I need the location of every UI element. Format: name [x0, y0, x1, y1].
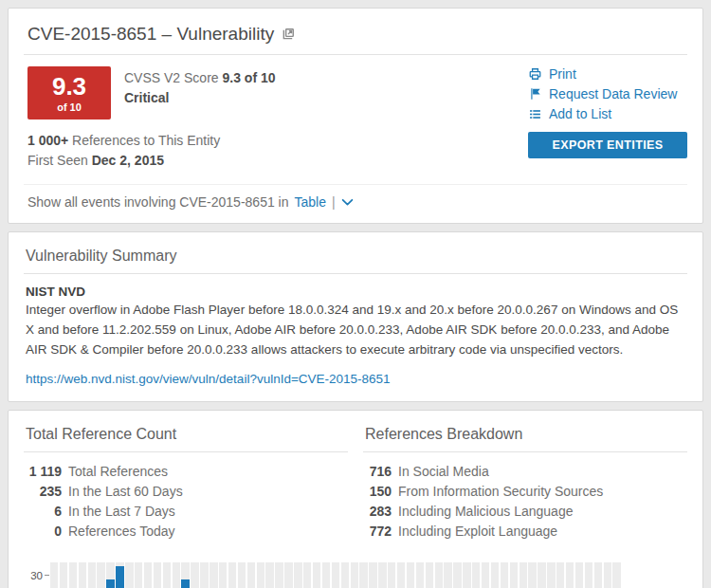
chart-day-slot [556, 562, 564, 588]
chart-day-slot [219, 562, 227, 588]
chart-day-slot [359, 562, 367, 588]
chart-day-slot [284, 562, 292, 588]
chart-day-slot [322, 562, 330, 588]
external-link-icon[interactable] [282, 28, 295, 41]
chart-day-slot [106, 562, 114, 588]
chart-day-slot [303, 562, 311, 588]
add-to-list-link[interactable]: Add to List [528, 106, 687, 121]
cvss-label-value: 9.3 of 10 [223, 70, 276, 85]
y-axis-tick-mark [45, 575, 49, 576]
chart-day-slot [210, 562, 217, 588]
cvss-label-prefix: CVSS V2 Score [124, 70, 219, 85]
request-data-review-label: Request Data Review [549, 86, 677, 101]
cvss-score-text: CVSS V2 Score 9.3 of 10 Critical [124, 66, 276, 108]
stat-row: 283 Including Malicious Language [365, 502, 685, 522]
chart-day-slot [69, 562, 77, 588]
chart-day-slot [257, 562, 264, 588]
stat-label: Total References [68, 462, 168, 482]
cvss-score-of: of 10 [57, 101, 82, 113]
reference-columns: Total Reference Count 1 119 Total Refere… [24, 422, 687, 545]
entity-header-card: CVE-2015-8651 – Vulnerability 9.3 of 10 … [8, 8, 703, 224]
chart-day-slot [144, 562, 152, 588]
stat-value: 0 [26, 522, 62, 542]
stat-label: In Social Media [398, 462, 489, 482]
chart-day-slot [575, 562, 583, 588]
chart-day-slot [426, 562, 433, 588]
chart-day-slot [88, 562, 96, 588]
stat-row: 6 In the Last 7 Days [26, 502, 346, 522]
chart-day-slot [453, 562, 461, 588]
cvss-score-row: 9.3 of 10 CVSS V2 Score 9.3 of 10 Critic… [24, 66, 276, 119]
chart-day-slot [97, 562, 104, 588]
chart-day-slot [50, 562, 58, 588]
references-count-label: References to This Entity [72, 133, 220, 148]
chart-day-slot [585, 562, 592, 588]
stat-label: Including Malicious Language [398, 502, 573, 522]
summary-heading: Vulnerability Summary [24, 244, 687, 274]
chart-day-slot [173, 562, 180, 588]
stat-value: 283 [365, 502, 392, 522]
references-breakdown-column: References Breakdown 716 In Social Media… [363, 422, 687, 545]
stat-row: 1 119 Total References [26, 462, 346, 482]
chart-day-slot [538, 562, 545, 588]
chart-day-slot [181, 562, 189, 588]
entity-hero: 9.3 of 10 CVSS V2 Score 9.3 of 10 Critic… [24, 66, 687, 171]
chart-day-slot [125, 562, 133, 588]
print-label: Print [549, 66, 576, 82]
chart-body: 102030 -60 days-50-40-30-20-10Today [50, 562, 621, 588]
chart-day-slot [612, 562, 620, 588]
score-and-meta: 9.3 of 10 CVSS V2 Score 9.3 of 10 Critic… [24, 66, 276, 171]
chart-day-slot [265, 562, 273, 588]
references-card: Total Reference Count 1 119 Total Refere… [8, 410, 703, 588]
chart-day-slot [472, 562, 480, 588]
stat-value: 716 [365, 462, 392, 482]
chart-day-slot [351, 562, 358, 588]
chart-day-slot [191, 562, 198, 588]
chart-day-slot [341, 562, 349, 588]
stat-label: From Information Security Sources [398, 482, 603, 502]
references-breakdown-stats: 716 In Social Media 150 From Information… [365, 462, 685, 542]
chart-day-slot [369, 562, 376, 588]
chart-day-slot [407, 562, 414, 588]
chart-bar [116, 566, 123, 588]
request-data-review-link[interactable]: Request Data Review [528, 86, 687, 101]
page-title-row: CVE-2015-8651 – Vulnerability [24, 20, 687, 55]
chart-day-slot [510, 562, 518, 588]
chart-day-slot [275, 562, 283, 588]
chart-day-slot [444, 562, 451, 588]
chart-day-slot [594, 562, 602, 588]
export-entities-button[interactable]: EXPORT ENTITIES [528, 132, 687, 158]
chart-bar [106, 579, 114, 588]
stat-value: 1 119 [26, 462, 62, 482]
stat-value: 772 [365, 522, 392, 542]
first-seen-value: Dec 2, 2015 [92, 153, 164, 168]
chart-day-slot [332, 562, 339, 588]
chart-day-slot [228, 562, 236, 588]
chart-day-slot [135, 562, 142, 588]
total-reference-count-heading: Total Reference Count [24, 422, 348, 452]
flag-icon [528, 87, 542, 101]
chevron-down-icon[interactable] [341, 198, 354, 207]
show-all-events-table-link[interactable]: Table [295, 194, 326, 210]
chart-day-slot [79, 562, 86, 588]
chart-day-slot [116, 562, 123, 588]
stat-value: 6 [26, 502, 62, 522]
chart-day-slot [200, 562, 208, 588]
page-title: CVE-2015-8651 – Vulnerability [27, 24, 274, 45]
stat-label: Including Exploit Language [398, 522, 557, 542]
first-seen-line: First Seen Dec 2, 2015 [27, 151, 276, 171]
stat-value: 235 [26, 482, 62, 502]
entity-meta: 1 000+ References to This Entity First S… [27, 131, 276, 171]
action-links: Print Request Data Review [528, 66, 687, 171]
chart-day-slot [247, 562, 255, 588]
chart-day-slot [528, 562, 536, 588]
print-link[interactable]: Print [528, 66, 687, 82]
chart-day-slot [566, 562, 574, 588]
stat-row: 0 References Today [26, 522, 346, 542]
stat-label: References Today [68, 522, 175, 542]
chart-day-slot [163, 562, 171, 588]
nvd-detail-link[interactable]: https://web.nvd.nist.gov/view/vuln/detai… [26, 372, 391, 386]
stat-label: In the Last 60 Days [68, 482, 183, 502]
add-to-list-label: Add to List [549, 106, 611, 121]
stat-row: 150 From Information Security Sources [365, 482, 685, 502]
